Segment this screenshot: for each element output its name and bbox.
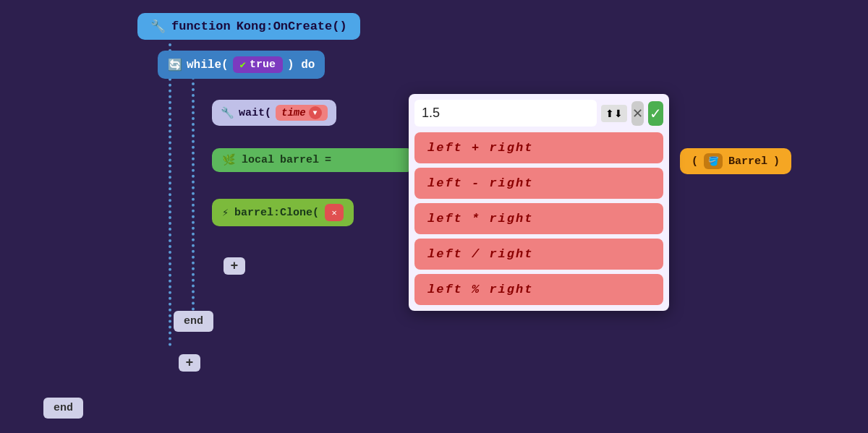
dropdown-item[interactable]: left % right: [414, 274, 663, 305]
plus-button-outer[interactable]: +: [179, 354, 200, 372]
while-block: 🔄 while( ✔ true ) do: [158, 51, 325, 79]
check-icon: ✔: [240, 59, 246, 71]
clone-block: ⚡ barrel:Clone( ✕: [212, 199, 354, 226]
true-label: true: [250, 59, 276, 71]
local-keyword: local: [242, 154, 274, 166]
clone-badge: ✕: [325, 204, 344, 221]
function-keyword: function: [171, 20, 231, 33]
dropdown-item[interactable]: left * right: [414, 203, 663, 234]
barrel-block: ( 🪣 Barrel ): [680, 148, 791, 174]
dropdown-item[interactable]: left - right: [414, 168, 663, 199]
dropdown-arrow-icon[interactable]: ▼: [309, 106, 322, 119]
dropdown-list: left + rightleft - rightleft * rightleft…: [414, 132, 663, 305]
confirm-button[interactable]: ✓: [648, 101, 663, 126]
barrel-label: Barrel: [728, 155, 767, 168]
wrench-small-icon: 🔧: [221, 106, 234, 120]
input-popup: ⬆⬇ ✕ ✓ left + rightleft - rightleft * ri…: [409, 94, 669, 311]
dropdown-item[interactable]: left + right: [414, 132, 663, 163]
input-row: ⬆⬇ ✕ ✓: [414, 100, 663, 127]
dropdown-item[interactable]: left / right: [414, 239, 663, 270]
end-label-inner: end: [174, 311, 213, 332]
while-end: ) do: [287, 59, 315, 72]
clone-label: barrel:Clone(: [234, 207, 319, 219]
wait-keyword: wait(: [239, 107, 271, 119]
number-input[interactable]: [414, 100, 597, 127]
loop-icon: 🔄: [168, 58, 182, 72]
paren-open: (: [692, 155, 698, 168]
stepper-button[interactable]: ⬆⬇: [601, 105, 627, 122]
barrel-icon: 🪣: [704, 153, 723, 169]
true-badge[interactable]: ✔ true: [233, 56, 283, 73]
while-keyword: while(: [187, 59, 229, 72]
function-block: 🔧 function Kong:OnCreate(): [137, 13, 360, 40]
bolt-icon: ⚡: [222, 206, 229, 220]
time-label: time: [281, 107, 306, 119]
function-name: Kong:OnCreate(): [237, 20, 347, 33]
local-block: 🌿 local barrel =: [212, 148, 414, 172]
paren-close: ): [773, 155, 780, 168]
dotted-line-inner: [192, 65, 195, 311]
wait-block[interactable]: 🔧 wait( time ▼: [212, 100, 336, 126]
equals-sign: =: [325, 154, 331, 166]
end-label-outer: end: [43, 398, 83, 419]
cancel-button[interactable]: ✕: [631, 101, 644, 126]
wrench-icon: 🔧: [150, 19, 166, 34]
plus-button-inner[interactable]: +: [224, 257, 245, 275]
dotted-line-outer: [169, 43, 171, 346]
leaf-icon: 🌿: [222, 153, 236, 167]
barrel-var: barrel: [280, 154, 319, 166]
time-badge[interactable]: time ▼: [276, 105, 328, 121]
